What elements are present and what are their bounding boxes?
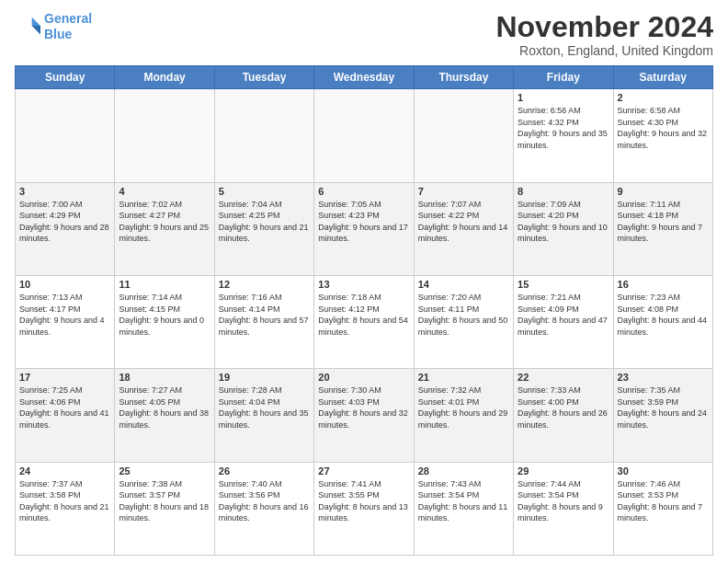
day-number: 4	[119, 186, 210, 197]
calendar-cell: 10Sunrise: 7:13 AM Sunset: 4:17 PM Dayli…	[16, 275, 115, 368]
calendar-cell: 23Sunrise: 7:35 AM Sunset: 3:59 PM Dayli…	[613, 369, 712, 462]
day-number: 5	[219, 186, 310, 197]
col-sunday: Sunday	[16, 66, 115, 89]
day-info: Sunrise: 7:11 AM Sunset: 4:18 PM Dayligh…	[618, 199, 709, 245]
calendar-cell: 28Sunrise: 7:43 AM Sunset: 3:54 PM Dayli…	[414, 462, 513, 555]
header: General Blue November 2024 Roxton, Engla…	[15, 11, 713, 58]
day-info: Sunrise: 7:27 AM Sunset: 4:05 PM Dayligh…	[119, 385, 210, 431]
day-number: 19	[219, 372, 310, 383]
day-info: Sunrise: 6:56 AM Sunset: 4:32 PM Dayligh…	[518, 105, 609, 151]
day-number: 9	[618, 186, 709, 197]
day-info: Sunrise: 7:09 AM Sunset: 4:20 PM Dayligh…	[518, 199, 609, 245]
day-info: Sunrise: 7:38 AM Sunset: 3:57 PM Dayligh…	[119, 478, 210, 524]
calendar-cell: 3Sunrise: 7:00 AM Sunset: 4:29 PM Daylig…	[16, 182, 115, 275]
page: General Blue November 2024 Roxton, Engla…	[0, 0, 728, 563]
calendar-cell: 24Sunrise: 7:37 AM Sunset: 3:58 PM Dayli…	[16, 462, 115, 555]
calendar-cell: 16Sunrise: 7:23 AM Sunset: 4:08 PM Dayli…	[613, 275, 712, 368]
calendar-week-3: 17Sunrise: 7:25 AM Sunset: 4:06 PM Dayli…	[16, 369, 713, 462]
day-number: 25	[119, 465, 210, 477]
day-number: 14	[418, 279, 509, 290]
day-info: Sunrise: 7:37 AM Sunset: 3:58 PM Dayligh…	[19, 478, 110, 524]
day-number: 23	[618, 372, 709, 383]
calendar-header-row: Sunday Monday Tuesday Wednesday Thursday…	[16, 66, 713, 89]
day-info: Sunrise: 7:46 AM Sunset: 3:53 PM Dayligh…	[618, 478, 709, 524]
calendar-week-0: 1Sunrise: 6:56 AM Sunset: 4:32 PM Daylig…	[16, 89, 713, 182]
day-number: 18	[119, 372, 210, 383]
day-info: Sunrise: 7:43 AM Sunset: 3:54 PM Dayligh…	[418, 478, 509, 524]
logo-icon	[15, 14, 40, 40]
calendar-cell: 13Sunrise: 7:18 AM Sunset: 4:12 PM Dayli…	[314, 275, 414, 368]
day-number: 15	[518, 279, 609, 290]
day-number: 17	[19, 372, 110, 383]
calendar-cell: 7Sunrise: 7:07 AM Sunset: 4:22 PM Daylig…	[414, 182, 513, 275]
day-info: Sunrise: 6:58 AM Sunset: 4:30 PM Dayligh…	[618, 105, 709, 151]
calendar-cell: 29Sunrise: 7:44 AM Sunset: 3:54 PM Dayli…	[514, 462, 613, 555]
month-title: November 2024	[495, 11, 713, 43]
day-info: Sunrise: 7:32 AM Sunset: 4:01 PM Dayligh…	[418, 385, 509, 431]
calendar: Sunday Monday Tuesday Wednesday Thursday…	[15, 65, 713, 556]
day-info: Sunrise: 7:25 AM Sunset: 4:06 PM Dayligh…	[19, 385, 110, 431]
day-info: Sunrise: 7:16 AM Sunset: 4:14 PM Dayligh…	[219, 292, 310, 338]
calendar-cell: 26Sunrise: 7:40 AM Sunset: 3:56 PM Dayli…	[214, 462, 313, 555]
day-info: Sunrise: 7:20 AM Sunset: 4:11 PM Dayligh…	[418, 292, 509, 338]
calendar-cell: 22Sunrise: 7:33 AM Sunset: 4:00 PM Dayli…	[514, 369, 613, 462]
day-info: Sunrise: 7:35 AM Sunset: 3:59 PM Dayligh…	[618, 385, 709, 431]
calendar-cell: 18Sunrise: 7:27 AM Sunset: 4:05 PM Dayli…	[115, 369, 214, 462]
day-number: 22	[518, 372, 609, 383]
calendar-cell: 2Sunrise: 6:58 AM Sunset: 4:30 PM Daylig…	[613, 89, 712, 182]
col-tuesday: Tuesday	[214, 66, 313, 89]
col-friday: Friday	[514, 66, 613, 89]
day-number: 1	[518, 92, 609, 103]
day-number: 10	[19, 279, 110, 290]
calendar-cell: 25Sunrise: 7:38 AM Sunset: 3:57 PM Dayli…	[115, 462, 214, 555]
day-number: 11	[119, 279, 210, 290]
location: Roxton, England, United Kingdom	[495, 43, 713, 58]
col-wednesday: Wednesday	[314, 66, 414, 89]
day-info: Sunrise: 7:30 AM Sunset: 4:03 PM Dayligh…	[318, 385, 409, 431]
calendar-cell: 30Sunrise: 7:46 AM Sunset: 3:53 PM Dayli…	[613, 462, 712, 555]
calendar-cell	[314, 89, 414, 182]
logo-text: General Blue	[44, 11, 92, 42]
day-info: Sunrise: 7:00 AM Sunset: 4:29 PM Dayligh…	[19, 199, 110, 245]
calendar-cell: 21Sunrise: 7:32 AM Sunset: 4:01 PM Dayli…	[414, 369, 513, 462]
day-number: 6	[318, 186, 409, 197]
col-saturday: Saturday	[613, 66, 712, 89]
day-number: 26	[219, 465, 310, 477]
day-info: Sunrise: 7:13 AM Sunset: 4:17 PM Dayligh…	[19, 292, 110, 338]
day-number: 20	[318, 372, 409, 383]
day-info: Sunrise: 7:05 AM Sunset: 4:23 PM Dayligh…	[318, 199, 409, 245]
day-info: Sunrise: 7:28 AM Sunset: 4:04 PM Dayligh…	[219, 385, 310, 431]
calendar-cell: 17Sunrise: 7:25 AM Sunset: 4:06 PM Dayli…	[16, 369, 115, 462]
day-info: Sunrise: 7:41 AM Sunset: 3:55 PM Dayligh…	[318, 478, 409, 524]
calendar-cell: 15Sunrise: 7:21 AM Sunset: 4:09 PM Dayli…	[514, 275, 613, 368]
day-info: Sunrise: 7:23 AM Sunset: 4:08 PM Dayligh…	[618, 292, 709, 338]
calendar-cell: 27Sunrise: 7:41 AM Sunset: 3:55 PM Dayli…	[314, 462, 414, 555]
calendar-cell: 14Sunrise: 7:20 AM Sunset: 4:11 PM Dayli…	[414, 275, 513, 368]
day-number: 16	[618, 279, 709, 290]
calendar-cell	[414, 89, 513, 182]
day-number: 30	[618, 465, 709, 477]
day-number: 28	[418, 465, 509, 477]
day-info: Sunrise: 7:40 AM Sunset: 3:56 PM Dayligh…	[219, 478, 310, 524]
day-number: 8	[518, 186, 609, 197]
calendar-cell	[115, 89, 214, 182]
day-number: 24	[19, 465, 110, 477]
day-info: Sunrise: 7:33 AM Sunset: 4:00 PM Dayligh…	[518, 385, 609, 431]
day-number: 7	[418, 186, 509, 197]
day-info: Sunrise: 7:14 AM Sunset: 4:15 PM Dayligh…	[119, 292, 210, 338]
calendar-cell: 6Sunrise: 7:05 AM Sunset: 4:23 PM Daylig…	[314, 182, 414, 275]
day-number: 29	[518, 465, 609, 477]
day-number: 13	[318, 279, 409, 290]
calendar-cell: 9Sunrise: 7:11 AM Sunset: 4:18 PM Daylig…	[613, 182, 712, 275]
title-area: November 2024 Roxton, England, United Ki…	[495, 11, 713, 58]
calendar-cell	[16, 89, 115, 182]
day-number: 21	[418, 372, 509, 383]
day-info: Sunrise: 7:07 AM Sunset: 4:22 PM Dayligh…	[418, 199, 509, 245]
day-info: Sunrise: 7:04 AM Sunset: 4:25 PM Dayligh…	[219, 199, 310, 245]
day-info: Sunrise: 7:18 AM Sunset: 4:12 PM Dayligh…	[318, 292, 409, 338]
col-monday: Monday	[115, 66, 214, 89]
day-number: 12	[219, 279, 310, 290]
calendar-cell: 11Sunrise: 7:14 AM Sunset: 4:15 PM Dayli…	[115, 275, 214, 368]
day-number: 2	[618, 92, 709, 103]
logo: General Blue	[15, 11, 92, 42]
